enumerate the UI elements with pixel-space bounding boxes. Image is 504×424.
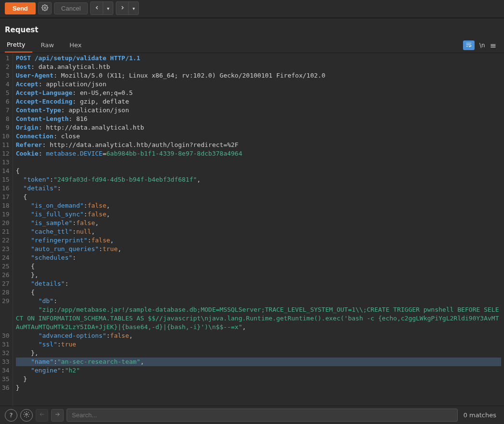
editor-menu-button[interactable]: ≡ <box>490 41 496 50</box>
history-forward-button[interactable] <box>116 2 129 14</box>
caret-down-icon: ▾ <box>133 6 135 11</box>
svg-point-1 <box>26 413 27 415</box>
arrow-left-icon <box>39 411 45 419</box>
help-icon: ? <box>10 411 13 419</box>
search-next-button[interactable] <box>51 409 64 422</box>
history-forward-menu[interactable]: ▾ <box>129 2 138 14</box>
tab-hex[interactable]: Hex <box>68 39 88 52</box>
search-matches-label: 0 matches <box>461 411 499 419</box>
wrap-toggle-button[interactable] <box>463 40 475 50</box>
view-tabs: Pretty Raw Hex \n ≡ <box>0 38 504 53</box>
send-button[interactable]: Send <box>5 2 36 14</box>
history-forward-group: ▾ <box>116 1 139 15</box>
history-back-menu[interactable]: ▾ <box>103 2 113 14</box>
help-button[interactable]: ? <box>5 409 17 422</box>
chevron-left-icon <box>94 5 100 12</box>
search-prev-button[interactable] <box>36 409 48 422</box>
panel-title: Request <box>0 19 504 38</box>
history-back-button[interactable] <box>91 2 103 14</box>
tab-pretty[interactable]: Pretty <box>5 38 32 53</box>
caret-down-icon: ▾ <box>107 6 109 11</box>
top-toolbar: Send Cancel ▾ ▾ <box>0 0 504 18</box>
target-options-button[interactable] <box>38 2 52 14</box>
search-input[interactable] <box>67 409 458 422</box>
history-back-group: ▾ <box>90 1 113 15</box>
newline-toggle[interactable]: \n <box>479 42 485 49</box>
bottom-toolbar: ? 0 matches <box>0 406 504 424</box>
chevron-right-icon <box>120 5 125 12</box>
gear-icon <box>41 4 48 13</box>
svg-point-0 <box>44 7 46 9</box>
request-editor[interactable]: 1234567891011121314151617181920212223242… <box>0 53 504 406</box>
cancel-button[interactable]: Cancel <box>54 2 88 14</box>
settings-button[interactable] <box>20 409 33 422</box>
hamburger-icon: ≡ <box>490 41 496 50</box>
arrow-right-icon <box>54 411 61 419</box>
line-gutter: 1234567891011121314151617181920212223242… <box>0 53 13 406</box>
wrap-icon <box>465 41 472 50</box>
gear-icon <box>23 411 30 419</box>
code-area[interactable]: POST /api/setup/validate HTTP/1.1Host: d… <box>13 53 504 406</box>
tab-raw[interactable]: Raw <box>39 39 61 52</box>
